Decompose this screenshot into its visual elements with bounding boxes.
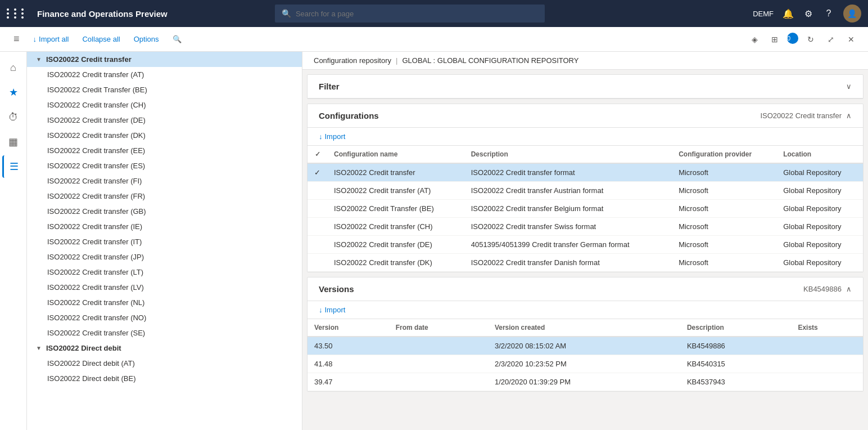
tree-item[interactable]: ISO20022 Credit transfer (GB): [27, 204, 302, 219]
tree-item[interactable]: ISO20022 Credit transfer (ES): [27, 158, 302, 173]
rail-home-icon[interactable]: ⌂: [2, 56, 25, 79]
row-provider: Microsoft: [672, 163, 776, 182]
tree-item[interactable]: ISO20022 Credit transfer (FR): [27, 189, 302, 204]
tree-item[interactable]: ISO20022 Credit transfer (LT): [27, 265, 302, 280]
configurations-import-button[interactable]: ↓ Import: [319, 132, 345, 141]
tree-item[interactable]: ISO20022 Credit transfer (NL): [27, 295, 302, 310]
collapse-all-button[interactable]: Collapse all: [78, 33, 124, 46]
download-icon: ↓: [33, 35, 37, 43]
tree-item[interactable]: ISO20022 Credit transfer (IT): [27, 234, 302, 249]
hamburger-button[interactable]: ≡: [9, 31, 24, 47]
user-avatar[interactable]: 👤: [843, 5, 861, 23]
row-config-name: ISO20022 Credit transfer (CH): [327, 218, 464, 236]
rail-star-icon[interactable]: ★: [2, 81, 25, 104]
app-grid-icon[interactable]: [7, 8, 27, 19]
app-layout: ⌂ ★ ⏱ ▦ ☰ ▼ ISO20022 Credit transfer ISO…: [0, 52, 868, 430]
table-row[interactable]: 39.47 1/20/2020 01:39:29 PM KB4537943: [308, 373, 863, 391]
tree-item[interactable]: ISO20022 Direct debit (BE): [27, 371, 302, 386]
windows-icon[interactable]: ⊞: [767, 33, 783, 46]
row-description: ISO20022 Credit transfer Danish format: [464, 254, 672, 272]
top-navigation: Finance and Operations Preview 🔍 DEMF 🔔 …: [0, 0, 868, 27]
configurations-title: Configurations: [319, 111, 379, 120]
tree-item[interactable]: ▼ ISO20022 Direct debit: [27, 341, 302, 356]
col-provider: Configuration provider: [672, 146, 776, 163]
col-config-name: Configuration name: [327, 146, 464, 163]
badge-count[interactable]: 0: [787, 33, 798, 44]
secondary-search-icon[interactable]: 🔍: [168, 33, 186, 46]
row-config-name: ISO20022 Credit Transfer (BE): [327, 200, 464, 218]
table-row[interactable]: 41.48 2/3/2020 10:23:52 PM KB4540315: [308, 355, 863, 373]
row-version-created: 2/3/2020 10:23:52 PM: [488, 355, 680, 373]
tree-item[interactable]: ISO20022 Credit transfer (DK): [27, 128, 302, 143]
table-row[interactable]: ISO20022 Credit transfer (DK) ISO20022 C…: [308, 254, 863, 272]
configurations-table-header-row: ✓ Configuration name Description Configu…: [308, 146, 863, 163]
tree-item[interactable]: ISO20022 Credit transfer (JP): [27, 249, 302, 265]
download-icon: ↓: [319, 132, 323, 141]
tree-item[interactable]: ISO20022 Credit transfer (SE): [27, 325, 302, 341]
tree-item[interactable]: ISO20022 Credit Transfer (BE): [27, 82, 302, 97]
tree-item[interactable]: ISO20022 Credit transfer (EE): [27, 143, 302, 158]
tree-item[interactable]: ISO20022 Credit transfer (LV): [27, 280, 302, 295]
configurations-toolbar: ↓ Import: [308, 128, 863, 146]
row-config-name: ISO20022 Credit transfer: [327, 163, 464, 182]
row-check: ✓: [308, 163, 327, 182]
rail-table-icon[interactable]: ▦: [2, 131, 25, 153]
tree-item[interactable]: ISO20022 Credit transfer (NO): [27, 310, 302, 325]
tree-item-label: ISO20022 Credit transfer (AT): [47, 70, 144, 79]
col-version: Version: [308, 319, 389, 337]
tree-item[interactable]: ISO20022 Credit transfer (FI): [27, 173, 302, 189]
col-check: ✓: [308, 146, 327, 163]
tree-item-label: ISO20022 Credit transfer (NL): [47, 298, 144, 307]
close-icon[interactable]: ✕: [843, 33, 859, 46]
help-icon[interactable]: ?: [823, 8, 834, 19]
search-bar[interactable]: 🔍: [275, 5, 545, 23]
settings-icon[interactable]: ⚙: [803, 8, 814, 19]
row-provider: Microsoft: [672, 200, 776, 218]
tree-panel: ▼ ISO20022 Credit transfer ISO20022 Cred…: [27, 52, 302, 430]
configurations-section-right: ISO20022 Credit transfer ∧: [760, 111, 852, 120]
tree-item[interactable]: ▼ ISO20022 Credit transfer: [27, 52, 302, 67]
row-description: ISO20022 Credit transfer Austrian format: [464, 182, 672, 200]
expand-icon: ▼: [36, 345, 43, 351]
table-row[interactable]: 43.50 3/2/2020 08:15:02 AM KB4549886: [308, 337, 863, 355]
row-description: KB4549886: [680, 337, 792, 355]
table-row[interactable]: ✓ ISO20022 Credit transfer ISO20022 Cred…: [308, 163, 863, 182]
refresh-icon[interactable]: ↻: [803, 33, 819, 46]
import-all-button[interactable]: ↓ Import all: [29, 33, 74, 46]
tree-item[interactable]: ISO20022 Credit transfer (AT): [27, 67, 302, 82]
tree-item-label: ISO20022 Credit transfer (JP): [47, 253, 144, 261]
table-row[interactable]: ISO20022 Credit transfer (DE) 4051395/40…: [308, 236, 863, 254]
tree-item[interactable]: ISO20022 Direct debit (AT): [27, 356, 302, 371]
row-from-date: [389, 337, 488, 355]
versions-badge: KB4549886: [803, 285, 842, 293]
versions-import-button[interactable]: ↓ Import: [319, 306, 345, 314]
tree-item-label: ISO20022 Credit transfer (FI): [47, 177, 142, 185]
tree-item[interactable]: ISO20022 Credit transfer (DE): [27, 113, 302, 128]
table-row[interactable]: ISO20022 Credit Transfer (BE) ISO20022 C…: [308, 200, 863, 218]
breadcrumb-right: GLOBAL : GLOBAL CONFIGURATION REPOSITORY: [402, 56, 578, 65]
row-location: Global Repository: [776, 182, 863, 200]
row-version: 41.48: [308, 355, 389, 373]
versions-section: Versions KB4549886 ∧ ↓ Import Version Fr…: [307, 277, 864, 392]
versions-section-header[interactable]: Versions KB4549886 ∧: [308, 277, 863, 301]
versions-collapse-icon: ∧: [846, 285, 852, 293]
tree-item[interactable]: ISO20022 Credit transfer (CH): [27, 97, 302, 113]
resize-icon[interactable]: ⤢: [823, 33, 839, 46]
tree-item[interactable]: ISO20022 Credit transfer (IE): [27, 219, 302, 234]
row-from-date: [389, 373, 488, 391]
notifications-icon[interactable]: 🔔: [783, 8, 794, 19]
table-row[interactable]: ISO20022 Credit transfer (AT) ISO20022 C…: [308, 182, 863, 200]
bookmark-icon[interactable]: ◈: [747, 33, 762, 46]
row-location: Global Repository: [776, 254, 863, 272]
rail-clock-icon[interactable]: ⏱: [2, 106, 25, 128]
expand-icon: ▼: [36, 56, 43, 62]
filter-section-header[interactable]: Filter ∨: [308, 75, 863, 98]
row-provider: Microsoft: [672, 218, 776, 236]
configurations-section-header[interactable]: Configurations ISO20022 Credit transfer …: [308, 104, 863, 128]
search-input[interactable]: [296, 10, 538, 18]
row-config-name: ISO20022 Credit transfer (DE): [327, 236, 464, 254]
versions-table-header-row: Version From date Version created Descri…: [308, 319, 863, 337]
table-row[interactable]: ISO20022 Credit transfer (CH) ISO20022 C…: [308, 218, 863, 236]
options-button[interactable]: Options: [129, 33, 164, 46]
rail-list-icon[interactable]: ☰: [2, 155, 25, 178]
